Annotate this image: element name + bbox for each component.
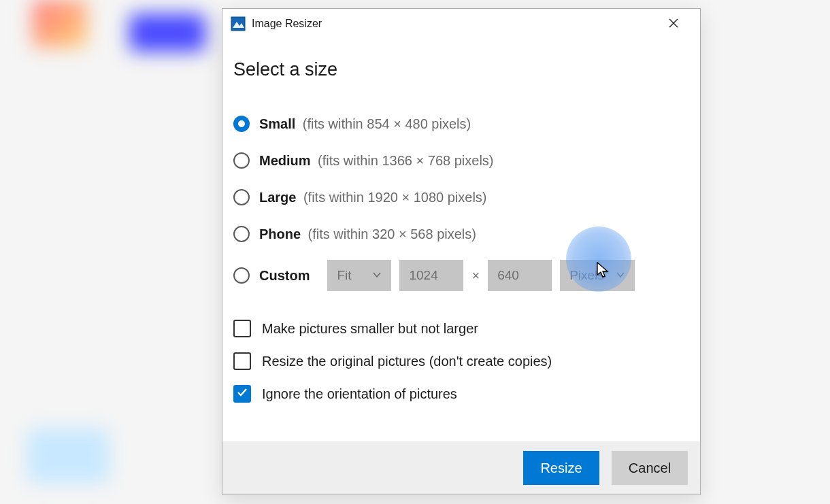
close-icon xyxy=(669,18,678,30)
size-option-custom[interactable]: Custom Fit 1024 × 640 Pixels xyxy=(233,260,689,291)
size-label: Medium xyxy=(259,153,311,168)
checkbox-smaller-only[interactable] xyxy=(233,320,251,337)
size-desc: (fits within 1366 × 768 pixels) xyxy=(318,153,493,168)
dialog-footer: Resize Cancel xyxy=(222,441,700,494)
custom-height-value: 640 xyxy=(497,268,519,283)
chevron-down-icon xyxy=(372,268,382,283)
radio-small[interactable] xyxy=(233,116,250,132)
size-option-large[interactable]: Large (fits within 1920 × 1080 pixels) xyxy=(233,186,689,208)
size-option-phone[interactable]: Phone (fits within 320 × 568 pixels) xyxy=(233,223,689,245)
size-desc: (fits within 320 × 568 pixels) xyxy=(308,226,476,241)
image-resizer-app-icon xyxy=(231,16,246,31)
size-option-medium[interactable]: Medium (fits within 1366 × 768 pixels) xyxy=(233,150,689,171)
resize-button[interactable]: Resize xyxy=(523,451,599,485)
titlebar: Image Resizer xyxy=(222,9,700,39)
times-symbol: × xyxy=(471,268,480,284)
radio-medium[interactable] xyxy=(233,152,250,169)
check-label: Resize the original pictures (don't crea… xyxy=(262,354,552,369)
radio-large[interactable] xyxy=(233,189,250,205)
custom-width-value: 1024 xyxy=(409,268,437,283)
dialog-heading: Select a size xyxy=(233,59,689,80)
radio-custom[interactable] xyxy=(233,267,250,284)
unit-value: Pixels xyxy=(569,268,604,283)
size-desc: (fits within 854 × 480 pixels) xyxy=(303,116,471,131)
check-smaller-only[interactable]: Make pictures smaller but not larger xyxy=(233,320,689,337)
unit-select[interactable]: Pixels xyxy=(560,260,635,291)
fit-mode-value: Fit xyxy=(337,268,351,283)
size-label: Phone xyxy=(259,226,301,241)
image-resizer-dialog: Image Resizer Select a size Small (fits … xyxy=(222,8,701,495)
custom-width-input[interactable]: 1024 xyxy=(399,260,463,291)
check-ignore-orientation[interactable]: Ignore the orientation of pictures xyxy=(233,385,689,403)
cancel-button[interactable]: Cancel xyxy=(612,451,688,485)
checkbox-ignore-orientation[interactable] xyxy=(233,385,251,403)
size-desc: (fits within 1920 × 1080 pixels) xyxy=(303,190,487,205)
options-checkboxes: Make pictures smaller but not larger Res… xyxy=(233,320,689,403)
background-blur-item xyxy=(27,429,109,483)
size-options: Small (fits within 854 × 480 pixels) Med… xyxy=(233,113,689,291)
checkbox-resize-original[interactable] xyxy=(233,352,251,370)
checkmark-icon xyxy=(236,386,248,401)
window-title: Image Resizer xyxy=(252,18,322,30)
size-option-small[interactable]: Small (fits within 854 × 480 pixels) xyxy=(233,113,689,135)
size-label: Small xyxy=(259,116,295,131)
custom-size-controls: Fit 1024 × 640 Pixels xyxy=(327,260,635,291)
close-button[interactable] xyxy=(659,13,688,35)
background-blur-item xyxy=(33,0,87,48)
radio-phone[interactable] xyxy=(233,226,250,242)
custom-height-input[interactable]: 640 xyxy=(488,260,552,291)
size-label: Large xyxy=(259,190,296,205)
check-label: Make pictures smaller but not larger xyxy=(262,321,478,337)
check-resize-original[interactable]: Resize the original pictures (don't crea… xyxy=(233,352,689,370)
chevron-down-icon xyxy=(616,268,625,283)
fit-mode-select[interactable]: Fit xyxy=(327,260,391,291)
background-blur-item xyxy=(129,14,205,52)
check-label: Ignore the orientation of pictures xyxy=(262,386,457,402)
size-label: Custom xyxy=(259,268,310,284)
